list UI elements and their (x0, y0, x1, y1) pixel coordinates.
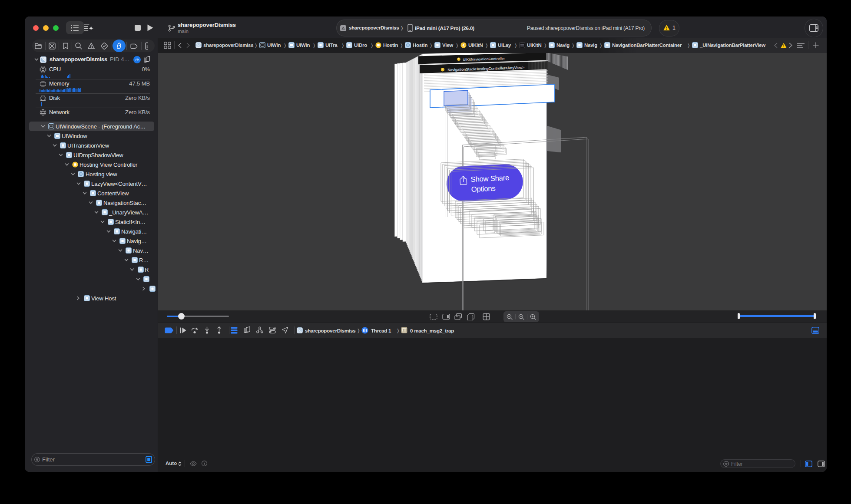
svg-text:Show Share: Show Share (470, 174, 509, 184)
svg-text:Options: Options (471, 184, 496, 194)
